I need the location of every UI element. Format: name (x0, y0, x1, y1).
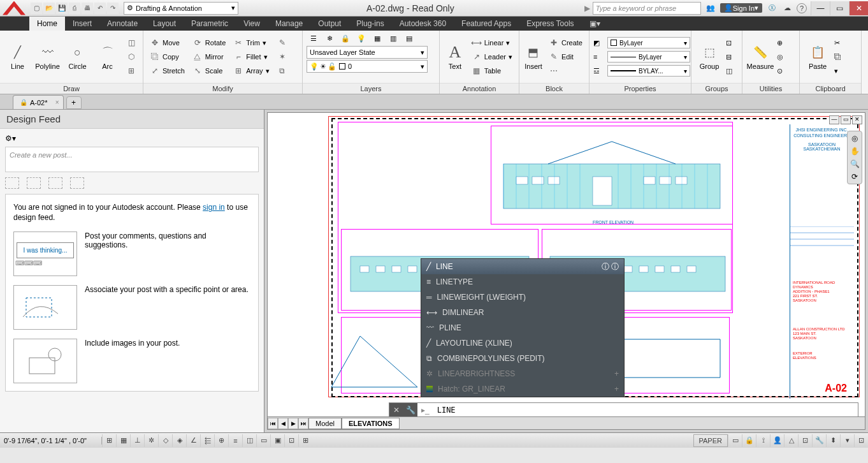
suggest-xline[interactable]: ╱LAYOUTLINE (XLINE) (421, 335, 624, 351)
cmd-close-icon[interactable]: ✕ (389, 403, 403, 417)
block-attr-button[interactable]: ⋯ (546, 64, 585, 77)
doc-min-icon[interactable]: — (829, 115, 839, 124)
qat-undo-icon[interactable]: ↶ (94, 3, 106, 14)
prop-more-button[interactable]: ☲ (593, 64, 605, 77)
sb-r10[interactable]: ⊡ (854, 434, 868, 447)
sb-r1[interactable]: ▭ (728, 434, 742, 447)
signin-button[interactable]: 👤 Sign In ▾ (720, 3, 762, 13)
help-icon[interactable]: ? (797, 3, 807, 13)
insert-button[interactable]: ⬒Insert (523, 36, 544, 78)
tab-overflow[interactable]: ▣▾ (582, 17, 608, 31)
group-edit[interactable]: ⊡ (726, 36, 737, 49)
group-ungroup[interactable]: ⊟ (726, 50, 737, 63)
feed-comment-icon[interactable] (5, 177, 19, 189)
layer-current-dropdown[interactable]: 💡☀🔓0▾ (307, 60, 428, 73)
layout-nav-last[interactable]: ⏭ (298, 418, 308, 429)
layout-nav-next[interactable]: ▶ (288, 418, 298, 429)
util-2[interactable]: ◎ (777, 50, 788, 63)
fillet-button[interactable]: ⌐Fillet ▾ (231, 50, 271, 63)
tab-home[interactable]: Home (29, 17, 65, 31)
suggest-line[interactable]: ╱LINEⓘ ⓘ (421, 259, 624, 274)
sb-r6[interactable]: ⊡ (798, 434, 812, 447)
tab-layout[interactable]: Layout (145, 17, 184, 31)
block-create-button[interactable]: ✚Create (546, 36, 585, 49)
circle-button[interactable]: ○Circle (64, 36, 91, 78)
measure-button[interactable]: 📏Measure (746, 36, 774, 78)
feed-signin-link[interactable]: sign in (203, 203, 225, 212)
new-tab-button[interactable]: + (66, 96, 82, 109)
qat-new-icon[interactable]: ▢ (31, 3, 42, 14)
file-tab[interactable]: 🔒A-02*× (13, 95, 64, 109)
layer-lock-button[interactable]: 🔒 (338, 32, 352, 45)
layer-props-button[interactable]: ☰ (307, 32, 321, 45)
sb-r3[interactable]: ⟟ (756, 434, 770, 447)
arc-button[interactable]: ⌒Arc (94, 36, 121, 78)
sb-qprops[interactable]: ▭ (256, 434, 270, 447)
copy-button[interactable]: ⿻Copy (147, 50, 187, 63)
sb-am[interactable]: ⊡ (284, 434, 298, 447)
sb-ortho[interactable]: ⊥ (130, 434, 144, 447)
copy-clip-button[interactable]: ⿻ (834, 50, 846, 63)
suggest-lineweight[interactable]: ═LINEWEIGHT (LWEIGHT) (421, 290, 624, 305)
erase-button[interactable]: ✎ (275, 36, 290, 49)
sb-lwt[interactable]: ≡ (228, 434, 242, 447)
layer-state-dropdown[interactable]: Unsaved Layer State▾ (307, 46, 428, 59)
minimize-button[interactable]: — (811, 1, 830, 15)
suggest-dimlinear[interactable]: ⟷DIMLINEAR (421, 305, 624, 320)
suggest-hatch[interactable]: Hatch: GR_LINEAR+ (421, 381, 624, 397)
draw-extra2[interactable]: ⬡ (124, 50, 139, 63)
suggest-linetype[interactable]: ≡LINETYPE (421, 274, 624, 290)
clip-more[interactable]: ▾ (834, 64, 846, 77)
sb-extra[interactable]: ⊞ (298, 434, 312, 447)
feed-people-icon[interactable] (48, 177, 62, 189)
layout-nav-prev[interactable]: ◀ (278, 418, 288, 429)
group-button[interactable]: ⬚Group (695, 36, 723, 78)
util-1[interactable]: ⊕ (777, 36, 788, 49)
mirror-button[interactable]: ⧋Mirror (190, 50, 228, 63)
util-3[interactable]: ⊙ (777, 64, 788, 77)
app-logo[interactable] (3, 1, 25, 15)
sb-r7[interactable]: 🔧 (812, 434, 826, 447)
explode-button[interactable]: ✶ (275, 50, 290, 63)
layer-more2[interactable]: ▥ (386, 32, 400, 45)
command-input[interactable] (433, 406, 858, 415)
tab-insert[interactable]: Insert (65, 17, 99, 31)
drawing-canvas[interactable]: JHSI ENGINEERING INC. CONSULTING ENGINEE… (267, 112, 865, 430)
block-edit-button[interactable]: ✎Edit (546, 50, 585, 63)
qat-plot-icon[interactable]: 🖶 (82, 3, 93, 14)
layer-more1[interactable]: ▦ (370, 32, 384, 45)
doc-max-icon[interactable]: ▭ (841, 115, 851, 124)
sb-polar[interactable]: ✲ (144, 434, 158, 447)
trim-button[interactable]: ✂Trim ▾ (231, 36, 271, 49)
sb-r9[interactable]: ▾ (840, 434, 854, 447)
nav-orbit-icon[interactable]: ⟳ (851, 172, 858, 181)
stretch-button[interactable]: ⤢Stretch (147, 64, 187, 77)
cloud-icon[interactable]: ☁ (781, 3, 793, 14)
lineweight-dropdown[interactable]: BYLAY...▾ (607, 65, 690, 77)
layout-model[interactable]: Model (308, 418, 342, 429)
feed-image-icon[interactable] (70, 177, 84, 189)
sb-grid[interactable]: ▦ (116, 434, 130, 447)
qat-open-icon[interactable]: 📂 (43, 3, 55, 14)
linear-dim-button[interactable]: ⟷Linear ▾ (469, 36, 515, 49)
tab-output[interactable]: Output (310, 17, 349, 31)
sb-snap[interactable]: ⊞ (102, 434, 116, 447)
sb-dyn[interactable]: ⊕ (214, 434, 228, 447)
tab-annotate[interactable]: Annotate (99, 17, 145, 31)
paste-button[interactable]: 📋Paste (804, 36, 832, 78)
leader-button[interactable]: ↗Leader ▾ (469, 50, 515, 63)
close-button[interactable]: ✕ (849, 1, 868, 15)
draw-extra3[interactable]: ⊞ (124, 64, 139, 77)
offset-button[interactable]: ⧉ (275, 64, 290, 77)
layout-elevations[interactable]: ELEVATIONS (342, 418, 400, 429)
suggest-pedit[interactable]: ⧉COMBINEPOLYLINES (PEDIT) (421, 351, 624, 366)
color-dropdown[interactable]: ByLayer▾ (607, 37, 690, 48)
feed-pin-icon[interactable] (27, 177, 41, 189)
search-go-icon[interactable]: ▶ (582, 4, 593, 13)
sb-r8[interactable]: ⬍ (826, 434, 840, 447)
sb-r5[interactable]: △ (784, 434, 798, 447)
tab-parametric[interactable]: Parametric (184, 17, 236, 31)
layer-more3[interactable]: ▤ (402, 32, 416, 45)
workspace-selector[interactable]: ⚙Drafting & Annotation▾ (124, 2, 238, 15)
move-button[interactable]: ✥Move (147, 36, 187, 49)
